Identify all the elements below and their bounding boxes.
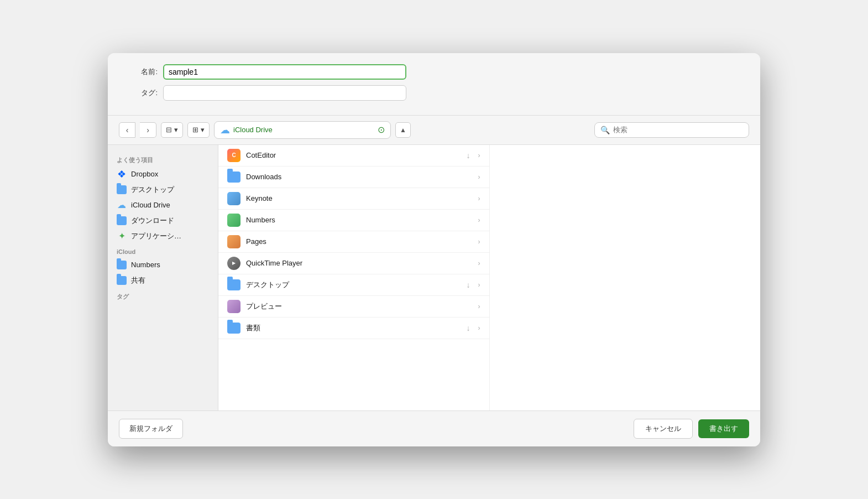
- chevron-right-icon: ›: [478, 238, 480, 246]
- file-name: QuickTime Player: [246, 259, 473, 267]
- icloud-drive-icon: ☁: [117, 200, 127, 210]
- desktop-folder-icon: [117, 185, 127, 195]
- column-view-chevron-icon: ▾: [174, 126, 178, 134]
- tag-input[interactable]: [163, 85, 406, 101]
- file-item-documents[interactable]: 書類 ↓ ›: [218, 318, 489, 339]
- downloads-icon: [227, 170, 240, 184]
- file-item-desktop-jp[interactable]: デスクトップ ↓ ›: [218, 274, 489, 296]
- file-name: 書類: [246, 323, 461, 333]
- location-label: iCloud Drive: [233, 126, 273, 134]
- sidebar-item-label: アプリケーシ…: [131, 231, 181, 241]
- tag-field-row: タグ:: [124, 85, 744, 101]
- sidebar-item-label: Numbers: [131, 261, 160, 269]
- location-spinner-icon: ⊙: [378, 124, 385, 135]
- file-name: CotEditor: [246, 151, 461, 159]
- sidebar-item-label: デスクトップ: [131, 185, 174, 195]
- back-button[interactable]: ‹: [119, 122, 135, 138]
- file-list-pane: C CotEditor ↓ › Downloads › Keynote: [218, 145, 489, 410]
- sidebar-item-desktop[interactable]: デスクトップ: [108, 182, 218, 197]
- forward-button[interactable]: ›: [140, 122, 156, 138]
- file-name: デスクトップ: [246, 280, 461, 290]
- sidebar-item-applications[interactable]: ✦ アプリケーシ…: [108, 228, 218, 244]
- location-left: ☁ iCloud Drive: [220, 124, 273, 136]
- chevron-right-icon: ›: [478, 259, 480, 267]
- bottom-bar: 新規フォルダ キャンセル 書き出す: [108, 410, 760, 446]
- sidebar-item-label: 共有: [131, 276, 145, 285]
- file-name: Downloads: [246, 173, 473, 181]
- second-pane: [489, 145, 761, 410]
- grid-view-chevron-icon: ▾: [201, 126, 205, 134]
- save-dialog: 名前: タグ: ‹ › ⊟ ▾ ⊞ ▾ ☁ iCloud Drive ⊙ ▲: [108, 53, 760, 446]
- preview-icon: [227, 300, 240, 313]
- name-label: 名前:: [124, 67, 158, 77]
- file-item-downloads[interactable]: Downloads ›: [218, 167, 489, 188]
- documents-icon: [227, 321, 240, 335]
- top-bar: 名前: タグ:: [108, 53, 760, 116]
- favorites-section-label: よく使う項目: [108, 152, 218, 167]
- numbers-icon: [227, 214, 240, 227]
- shared-folder-icon: [117, 276, 127, 285]
- chevron-right-icon: ›: [478, 216, 480, 224]
- quicktime-icon: ▶: [227, 257, 240, 270]
- icloud-section-label: iCloud: [108, 244, 218, 257]
- file-item-preview[interactable]: プレビュー ›: [218, 296, 489, 318]
- file-name: Numbers: [246, 216, 473, 224]
- sidebar-item-shared[interactable]: 共有: [108, 273, 218, 288]
- sidebar-item-label: iCloud Drive: [131, 201, 170, 209]
- applications-icon: ✦: [117, 231, 127, 241]
- numbers-folder-icon: [117, 260, 127, 270]
- sidebar-item-label: ダウンロード: [131, 216, 174, 226]
- pages-icon: [227, 235, 240, 248]
- sidebar-item-icloud-drive[interactable]: ☁ iCloud Drive: [108, 197, 218, 213]
- chevron-right-icon: ›: [478, 173, 480, 181]
- chevron-up-icon: ▲: [400, 126, 406, 134]
- file-item-numbers[interactable]: Numbers ›: [218, 210, 489, 231]
- chevron-right-icon: ›: [478, 324, 480, 332]
- file-item-quicktime[interactable]: ▶ QuickTime Player ›: [218, 253, 489, 274]
- dropbox-icon: ❖: [117, 169, 127, 179]
- sidebar-item-dropbox[interactable]: ❖ Dropbox: [108, 167, 218, 182]
- sidebar-item-label: Dropbox: [131, 170, 158, 178]
- file-name: Pages: [246, 237, 473, 246]
- column-view-icon: ⊟: [166, 126, 172, 134]
- grid-view-icon: ⊞: [192, 126, 198, 134]
- new-folder-button[interactable]: 新規フォルダ: [119, 419, 183, 439]
- sidebar: よく使う項目 ❖ Dropbox デスクトップ ☁ iCloud Drive: [108, 145, 218, 410]
- location-button[interactable]: ☁ iCloud Drive ⊙: [214, 121, 391, 139]
- cloud-icon: ↓: [467, 151, 470, 160]
- name-field-row: 名前:: [124, 64, 744, 80]
- name-input[interactable]: [163, 64, 406, 80]
- downloads-folder-icon: [117, 216, 127, 226]
- export-button[interactable]: 書き出す: [698, 419, 749, 438]
- main-content: よく使う項目 ❖ Dropbox デスクトップ ☁ iCloud Drive: [108, 145, 760, 410]
- cloud-icon: ↓: [467, 324, 470, 332]
- icloud-location-icon: ☁: [220, 124, 230, 136]
- chevron-right-icon: ›: [478, 195, 480, 202]
- tags-section-label: タグ: [108, 288, 218, 303]
- search-box: 🔍: [594, 122, 749, 138]
- sidebar-item-numbers[interactable]: Numbers: [108, 257, 218, 273]
- chevron-right-icon: ›: [478, 303, 480, 310]
- file-item-cot-editor[interactable]: C CotEditor ↓ ›: [218, 145, 489, 167]
- search-input[interactable]: [613, 126, 743, 134]
- column-view-button[interactable]: ⊟ ▾: [161, 122, 183, 138]
- desktop-jp-icon: [227, 278, 240, 292]
- chevron-right-icon: ›: [478, 281, 480, 289]
- sidebar-item-downloads[interactable]: ダウンロード: [108, 213, 218, 228]
- collapse-button[interactable]: ▲: [395, 122, 411, 138]
- file-item-keynote[interactable]: Keynote ›: [218, 188, 489, 210]
- chevron-right-icon: ›: [478, 152, 480, 159]
- tag-label: タグ:: [124, 88, 158, 98]
- file-item-pages[interactable]: Pages ›: [218, 231, 489, 253]
- cancel-button[interactable]: キャンセル: [634, 419, 693, 439]
- cot-editor-icon: C: [227, 149, 240, 162]
- toolbar: ‹ › ⊟ ▾ ⊞ ▾ ☁ iCloud Drive ⊙ ▲ 🔍: [108, 116, 760, 145]
- cloud-icon: ↓: [467, 280, 470, 289]
- search-icon: 🔍: [600, 126, 610, 134]
- file-name: Keynote: [246, 194, 473, 202]
- grid-view-button[interactable]: ⊞ ▾: [187, 122, 210, 138]
- keynote-icon: [227, 192, 240, 205]
- file-name: プレビュー: [246, 302, 473, 311]
